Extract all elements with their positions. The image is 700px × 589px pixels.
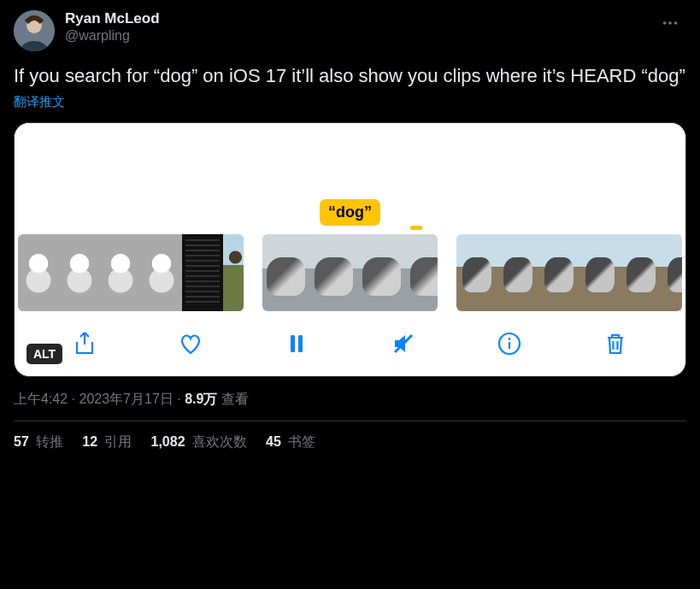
- divider: [14, 421, 686, 421]
- svg-rect-5: [291, 335, 295, 352]
- video-timeline[interactable]: [15, 234, 685, 311]
- like-button[interactable]: [174, 327, 208, 361]
- timeline-thumb: [100, 234, 141, 311]
- tweet-time[interactable]: 上午4:42: [14, 392, 68, 406]
- clip-group-3[interactable]: [456, 234, 682, 311]
- share-button[interactable]: [68, 327, 102, 361]
- timeline-thumb: [262, 234, 310, 311]
- alt-badge[interactable]: ALT: [26, 344, 62, 364]
- search-token-row: “dog”: [15, 197, 685, 226]
- timeline-thumb: [182, 234, 223, 311]
- svg-point-9: [508, 338, 510, 340]
- quotes-count: 12: [82, 434, 97, 449]
- bookmarks-label: 书签: [285, 434, 315, 449]
- retweets-count: 57: [14, 434, 29, 449]
- search-token-badge: “dog”: [320, 199, 380, 226]
- svg-point-4: [674, 21, 678, 25]
- info-button[interactable]: [492, 327, 526, 361]
- likes-label: 喜欢次数: [189, 434, 247, 449]
- tweet-stats: 57 转推 12 引用 1,082 喜欢次数 45 书签: [14, 433, 686, 451]
- media-card[interactable]: “dog”: [14, 122, 686, 377]
- timeline-thumb: [18, 234, 59, 311]
- retweets-label: 转推: [32, 434, 63, 449]
- media-whitespace: [15, 123, 685, 197]
- tweet-meta: 上午4:42 · 2023年7月17日 · 8.9万 查看: [14, 391, 686, 409]
- likes-count: 1,082: [151, 434, 185, 449]
- mute-button[interactable]: [386, 327, 421, 361]
- display-name[interactable]: Ryan McLeod: [65, 10, 160, 27]
- timeline-thumb: [406, 234, 438, 311]
- svg-point-2: [663, 21, 667, 25]
- timeline-thumb: [538, 234, 579, 311]
- media-toolbar: [15, 311, 685, 366]
- timeline-thumb: [497, 234, 538, 311]
- bookmarks-stat[interactable]: 45 书签: [266, 433, 315, 451]
- clip-group-1[interactable]: [18, 234, 244, 311]
- user-block: Ryan McLeod @warpling: [65, 10, 160, 44]
- timeline-thumb: [141, 234, 182, 311]
- playhead-tick: [410, 226, 422, 230]
- views-count[interactable]: 8.9万: [185, 392, 217, 406]
- delete-button[interactable]: [598, 327, 632, 361]
- share-icon: [71, 330, 98, 357]
- timeline-thumb: [310, 234, 358, 311]
- svg-rect-6: [298, 335, 303, 352]
- retweets-stat[interactable]: 57 转推: [14, 433, 63, 451]
- timeline-thumb: [358, 234, 406, 311]
- svg-point-3: [668, 21, 672, 25]
- info-icon: [496, 330, 523, 357]
- timeline-thumb: [621, 234, 662, 311]
- views-label: 查看: [217, 392, 248, 406]
- quotes-stat[interactable]: 12 引用: [82, 433, 132, 451]
- pause-icon: [283, 330, 310, 357]
- timeline-thumb: [579, 234, 621, 311]
- timeline-thumb: [223, 234, 244, 311]
- tweet-container: Ryan McLeod @warpling If you search for …: [0, 0, 700, 462]
- bookmarks-count: 45: [266, 434, 281, 449]
- meta-separator: ·: [68, 392, 79, 406]
- heart-icon: [177, 330, 204, 357]
- more-options-button[interactable]: [654, 10, 686, 40]
- tweet-date[interactable]: 2023年7月17日: [79, 392, 173, 406]
- clip-group-2[interactable]: [262, 234, 438, 311]
- playhead-marker-row: [15, 226, 685, 234]
- timeline-thumb: [59, 234, 100, 311]
- user-handle[interactable]: @warpling: [65, 27, 160, 44]
- translate-link[interactable]: 翻译推文: [14, 94, 686, 110]
- tweet-header: Ryan McLeod @warpling: [14, 10, 686, 51]
- speaker-muted-icon: [390, 330, 417, 357]
- timeline-thumb: [662, 234, 682, 311]
- avatar[interactable]: [14, 10, 55, 51]
- trash-icon: [602, 330, 629, 357]
- pause-button[interactable]: [279, 327, 314, 361]
- likes-stat[interactable]: 1,082 喜欢次数: [151, 433, 248, 451]
- meta-separator: ·: [174, 392, 185, 406]
- timeline-thumb: [456, 234, 497, 311]
- quotes-label: 引用: [101, 434, 132, 449]
- tweet-text: If you search for “dog” on iOS 17 it’ll …: [14, 63, 686, 89]
